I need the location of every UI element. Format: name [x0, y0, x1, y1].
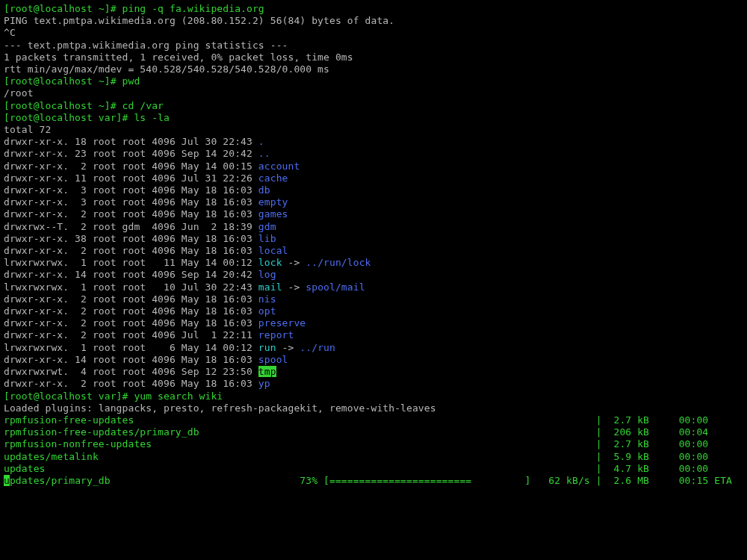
- repo-time: 00:00: [679, 451, 709, 462]
- ls-meta: drwxr-xr-x. 18 root root 4096 Jul 30 22:…: [4, 136, 258, 147]
- ls-meta: drwxrwxrwt. 4 root root 4096 Sep 12 23:5…: [4, 366, 258, 377]
- command-line: [root@localhost var]# ls -la: [4, 112, 743, 124]
- dir-name: preserve: [258, 317, 306, 329]
- dir-name: games: [258, 208, 288, 220]
- ls-entry: drwxr-xr-x. 2 root root 4096 May 18 16:0…: [4, 208, 743, 220]
- shell-prompt: [root@localhost var]#: [4, 112, 134, 123]
- cmd-cd[interactable]: cd /var: [123, 100, 164, 111]
- progress-speed: 62 kB/s |: [542, 475, 607, 486]
- ls-meta: drwxr-xr-x. 2 root root 4096 May 14 00:1…: [4, 161, 258, 172]
- dir-name: spool: [258, 354, 288, 365]
- ls-total: total 72: [4, 124, 51, 135]
- dir-name: lib: [258, 233, 276, 244]
- yum-repo-line: rpmfusion-nonfree-updates | 2.7 kB 00:00: [4, 438, 743, 450]
- yum-repo-line: rpmfusion-free-updates | 2.7 kB 00:00: [4, 414, 743, 426]
- link-target: ../run/lock: [306, 257, 371, 268]
- ping-stats-title: --- text.pmtpa.wikimedia.org ping statis…: [4, 40, 288, 51]
- repo-size: | 2.7 kB: [596, 414, 679, 426]
- ls-entry: drwxr-xr-x. 2 root root 4096 May 18 16:0…: [4, 378, 743, 390]
- dir-name: cache: [258, 172, 288, 184]
- yum-repo-line: updates/metalink | 5.9 kB 00:00: [4, 451, 743, 463]
- link-target: spool/mail: [306, 281, 365, 293]
- cursor: u: [4, 475, 10, 486]
- progress-eta: 00:15 ETA: [679, 475, 732, 486]
- ls-meta: drwxrwx--T. 2 root gdm 4096 Jun 2 18:39: [4, 221, 258, 232]
- ls-entry: drwxr-xr-x. 2 root root 4096 May 18 16:0…: [4, 245, 743, 257]
- ls-meta: drwxr-xr-x. 14 root root 4096 May 18 16:…: [4, 354, 258, 365]
- repo-time: 00:00: [679, 414, 709, 426]
- dir-name: local: [258, 245, 288, 256]
- dir-name: .: [258, 136, 264, 147]
- ls-meta: drwxr-xr-x. 2 root root 4096 May 18 16:0…: [4, 208, 258, 220]
- repo-time: 00:00: [679, 463, 709, 474]
- cmd-ping[interactable]: ping -q fa.wikipedia.org: [123, 3, 264, 14]
- ls-meta: drwxr-xr-x. 2 root root 4096 May 18 16:0…: [4, 317, 258, 329]
- dir-name: opt: [258, 305, 276, 317]
- ls-meta: drwxr-xr-x. 2 root root 4096 May 18 16:0…: [4, 378, 258, 389]
- cmd-pwd[interactable]: pwd: [123, 75, 140, 87]
- ls-entry: drwxr-xr-x. 11 root root 4096 Jul 31 22:…: [4, 172, 743, 184]
- yum-repo-line: updates | 4.7 kB 00:00: [4, 463, 743, 475]
- progress-pct: 73%: [294, 475, 323, 486]
- cmd-ls[interactable]: ls -la: [134, 112, 170, 123]
- command-line: [root@localhost var]# yum search wiki: [4, 391, 743, 402]
- cmd-yum[interactable]: yum search wiki: [134, 391, 223, 402]
- link-arrow: ->: [282, 257, 306, 268]
- dir-name: report: [258, 329, 294, 340]
- link-arrow: ->: [282, 281, 306, 293]
- ls-meta: drwxr-xr-x. 2 root root 4096 May 18 16:0…: [4, 293, 258, 305]
- repo-size: | 206 kB: [596, 426, 679, 438]
- ls-entry: drwxrwx--T. 2 root gdm 4096 Jun 2 18:39 …: [4, 221, 743, 233]
- repo-name: updates/metalink: [4, 451, 596, 462]
- dir-name: gdm: [258, 221, 276, 232]
- ls-meta: drwxr-xr-x. 11 root root 4096 Jul 31 22:…: [4, 172, 258, 184]
- repo-size: | 2.7 kB: [596, 438, 679, 449]
- ping-header: PING text.pmtpa.wikimedia.org (208.80.15…: [4, 15, 394, 26]
- ls-entry: drwxr-xr-x. 2 root root 4096 May 18 16:0…: [4, 293, 743, 305]
- ls-entry: drwxr-xr-x. 2 root root 4096 May 18 16:0…: [4, 305, 743, 317]
- repo-size: | 5.9 kB: [596, 451, 679, 462]
- shell-prompt: [root@localhost ~]#: [4, 100, 123, 111]
- ls-entry: drwxr-xr-x. 14 root root 4096 May 18 16:…: [4, 354, 743, 366]
- terminal[interactable]: [root@localhost ~]# ping -q fa.wikipedia…: [0, 0, 747, 560]
- ping-interrupt: ^C: [4, 27, 16, 38]
- dir-name-sticky: tmp: [258, 366, 276, 377]
- ls-meta: drwxr-xr-x. 3 root root 4096 May 18 16:0…: [4, 196, 258, 208]
- ls-entry: drwxr-xr-x. 23 root root 4096 Sep 14 20:…: [4, 148, 743, 160]
- repo-name: rpmfusion-free-updates/primary_db: [4, 426, 596, 438]
- ls-meta: drwxr-xr-x. 38 root root 4096 May 18 16:…: [4, 233, 258, 244]
- yum-plugins: Loaded plugins: langpacks, presto, refre…: [4, 402, 436, 414]
- progress-name: pdates/primary_db: [10, 475, 294, 486]
- dir-name: nis: [258, 293, 276, 305]
- dir-name: log: [258, 269, 276, 280]
- progress-size: 2.6 MB: [608, 475, 679, 486]
- ls-entry: drwxr-xr-x. 2 root root 4096 May 14 00:1…: [4, 161, 743, 172]
- command-line: [root@localhost ~]# pwd: [4, 75, 743, 87]
- link-name: run: [258, 342, 276, 353]
- yum-repo-line: rpmfusion-free-updates/primary_db | 206 …: [4, 426, 743, 438]
- ls-entry: lrwxrwxrwx. 1 root root 11 May 14 00:12 …: [4, 257, 743, 269]
- repo-size: | 4.7 kB: [596, 463, 679, 474]
- ls-meta: drwxr-xr-x. 14 root root 4096 Sep 14 20:…: [4, 269, 258, 280]
- link-arrow: ->: [276, 342, 300, 353]
- dir-name: empty: [258, 196, 288, 208]
- ls-entry: drwxr-xr-x. 2 root root 4096 May 18 16:0…: [4, 317, 743, 329]
- ls-entry: lrwxrwxrwx. 1 root root 6 May 14 00:12 r…: [4, 342, 743, 354]
- repo-time: 00:04: [679, 426, 709, 438]
- ls-meta: drwxr-xr-x. 3 root root 4096 May 18 16:0…: [4, 184, 258, 196]
- command-line: [root@localhost ~]# cd /var: [4, 100, 743, 112]
- shell-prompt: [root@localhost ~]#: [4, 75, 123, 87]
- ping-stats-2: rtt min/avg/max/mdev = 540.528/540.528/5…: [4, 63, 329, 75]
- dir-name: db: [258, 184, 270, 196]
- repo-name: rpmfusion-nonfree-updates: [4, 438, 596, 449]
- ls-meta: drwxr-xr-x. 2 root root 4096 Jul 1 22:11: [4, 329, 258, 340]
- dir-name: ..: [258, 148, 270, 159]
- ls-entry: drwxr-xr-x. 14 root root 4096 Sep 14 20:…: [4, 269, 743, 281]
- ls-entry: drwxr-xr-x. 2 root root 4096 Jul 1 22:11…: [4, 329, 743, 341]
- pwd-output: /root: [4, 87, 34, 99]
- ls-entry: drwxr-xr-x. 3 root root 4096 May 18 16:0…: [4, 184, 743, 196]
- repo-time: 00:00: [679, 438, 709, 449]
- shell-prompt: [root@localhost ~]#: [4, 3, 123, 14]
- ls-meta: drwxr-xr-x. 23 root root 4096 Sep 14 20:…: [4, 148, 258, 159]
- link-name: lock: [258, 257, 282, 268]
